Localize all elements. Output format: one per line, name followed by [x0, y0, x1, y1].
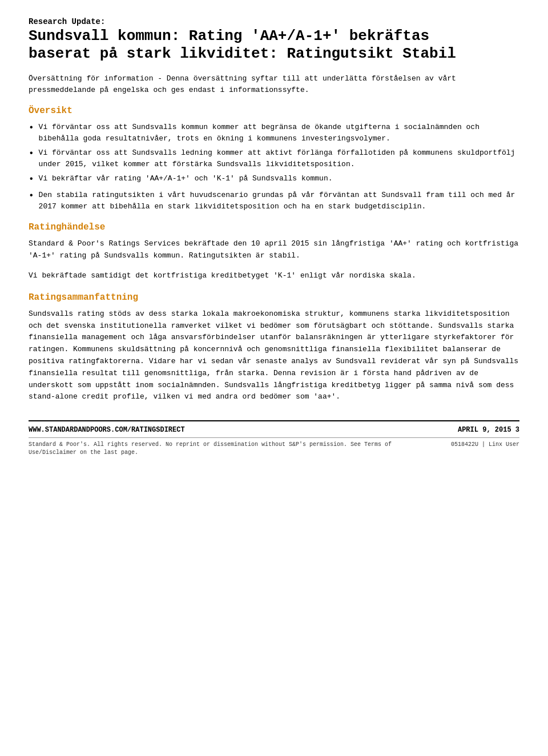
bullet-item-1: • Vi förväntar oss att Sundsvalls kommun… — [29, 122, 519, 144]
ratinghandelse-para2: Vi bekräftade samtidigt det kortfristiga… — [29, 270, 519, 282]
ratingsammanfattning-section: Ratingsammanfattning Sundsvalls rating s… — [29, 292, 519, 403]
bullet-text-3: Vi bekräftar vår rating 'AA+/A-1+' och '… — [39, 173, 333, 184]
ratinghandelse-heading: Ratinghändelse — [29, 222, 519, 232]
bullet-item-4: • Den stabila ratingutsikten i vårt huvu… — [29, 190, 519, 212]
footer-website: WWW.STANDARDANDPOORS.COM/RATINGSDIRECT — [29, 426, 185, 434]
footer-bar: WWW.STANDARDANDPOORS.COM/RATINGSDIRECT A… — [29, 420, 519, 434]
ratinghandelse-para1: Standard & Poor's Ratings Services bekrä… — [29, 238, 519, 262]
oversikt-bullets: • Vi förväntar oss att Sundsvalls kommun… — [29, 122, 519, 212]
footer-disclaimer-text: Standard & Poor's. All rights reserved. … — [29, 441, 440, 457]
ratingsammanfattning-para1: Sundsvalls rating stöds av dess starka l… — [29, 308, 519, 403]
ratingsammanfattning-heading: Ratingsammanfattning — [29, 292, 519, 303]
oversikt-section: Översikt • Vi förväntar oss att Sundsval… — [29, 106, 519, 212]
bullet-item-3: • Vi bekräftar vår rating 'AA+/A-1+' och… — [29, 173, 519, 186]
bullet-text-2: Vi förväntar oss att Sundsvalls ledning … — [39, 147, 519, 170]
bullet-dot-3: • — [29, 172, 34, 186]
subtitle-info: Översättning för information - Denna öve… — [29, 73, 519, 95]
bullet-text-4: Den stabila ratingutsikten i vårt huvuds… — [39, 190, 519, 212]
footer-disclaimer: Standard & Poor's. All rights reserved. … — [29, 437, 519, 457]
footer-code: 0518422U | Linx User — [451, 441, 519, 457]
research-label: Research Update: — [29, 17, 519, 26]
bullet-text-1: Vi förväntar oss att Sundsvalls kommun k… — [39, 122, 519, 144]
bullet-dot-4: • — [29, 189, 34, 203]
footer-date-page: APRIL 9, 2015 3 — [458, 426, 519, 434]
bullet-dot-2: • — [29, 147, 34, 160]
bullet-item-2: • Vi förväntar oss att Sundsvalls lednin… — [29, 147, 519, 170]
bullet-dot-1: • — [29, 121, 34, 135]
oversikt-heading: Översikt — [29, 106, 519, 116]
main-title: Sundsvall kommun: Rating 'AA+/A-1+' bekr… — [29, 27, 519, 63]
ratinghandelse-section: Ratinghändelse Standard & Poor's Ratings… — [29, 222, 519, 282]
